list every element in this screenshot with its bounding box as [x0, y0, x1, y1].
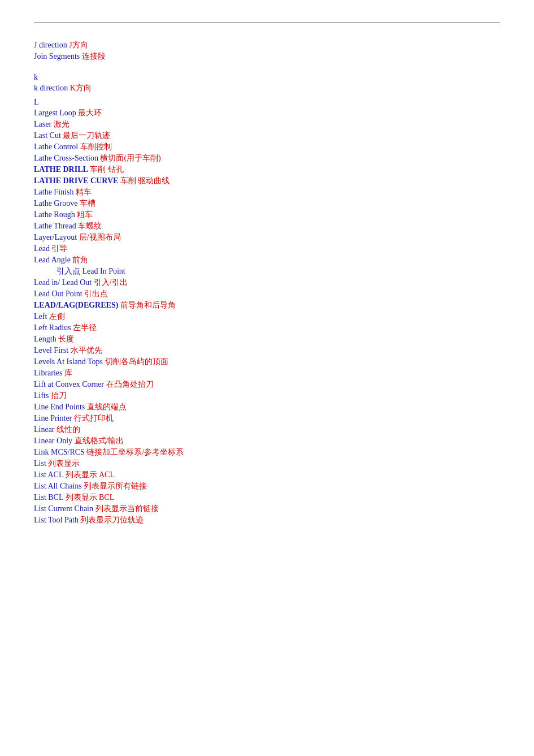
- dictionary-entry: Lifts 抬刀: [34, 391, 500, 401]
- dictionary-entry: Link MCS/RCS 链接加工坐标系/参考坐标系: [34, 447, 500, 457]
- entry-english: J direction: [34, 41, 67, 49]
- dictionary-entry: List Tool Path 列表显示刀位轨迹: [34, 515, 500, 525]
- dictionary-entry: Lathe Thread 车螺纹: [34, 221, 500, 231]
- entry-chinese: 列表显示所有链接: [84, 482, 147, 490]
- entry-english: Lathe Thread: [34, 222, 76, 230]
- entry-english: LATHE DRIVE CURVE: [34, 176, 118, 185]
- dictionary-entry: Lathe Control 车削控制: [34, 142, 500, 152]
- entry-english: Lathe Control: [34, 142, 78, 151]
- entry-chinese: 车削控制: [80, 142, 112, 151]
- entry-chinese: 连接段: [82, 52, 106, 61]
- entry-english: Left Radius: [34, 323, 71, 332]
- dictionary-entry: Left Radius 左半径: [34, 323, 500, 333]
- entry-english: Link MCS/RCS: [34, 448, 85, 456]
- entry-english: Length: [34, 335, 57, 343]
- entry-chinese: 列表显示当前链接: [95, 504, 159, 513]
- entry-chinese: 车螺纹: [78, 222, 102, 230]
- dictionary-entry: Line End Points 直线的端点: [34, 402, 500, 412]
- dictionary-entry: Last Cut 最后一刀轨迹: [34, 131, 500, 141]
- dictionary-entry: Level First 水平优先: [34, 345, 500, 356]
- entry-chinese: 链接加工坐标系/参考坐标系: [86, 448, 184, 456]
- entry-english: Layer/Layout: [34, 233, 77, 241]
- entry-english: Libraries: [34, 369, 63, 377]
- dictionary-entry: Libraries 库: [34, 368, 500, 378]
- entry-chinese: 最大环: [78, 109, 102, 117]
- entry-english: k direction: [34, 84, 68, 92]
- entry-chinese: 列表显示 ACL: [66, 470, 115, 479]
- dictionary-entry: Line Printer 行式打印机: [34, 413, 500, 424]
- entry-english: Lifts: [34, 391, 49, 400]
- entry-english: List Tool Path: [34, 516, 79, 524]
- dictionary-entry: Layer/Layout 层/视图布局: [34, 232, 500, 243]
- dictionary-entry: List Current Chain 列表显示当前链接: [34, 504, 500, 514]
- entry-chinese: 车槽: [80, 199, 95, 208]
- entry-chinese: 层/视图布局: [79, 233, 121, 241]
- dictionary-entry: Laser 激光: [34, 119, 500, 129]
- entry-chinese: 引入/引出: [94, 278, 128, 287]
- entry-chinese: 左侧: [49, 312, 65, 321]
- entry-chinese: 车削 钻孔: [90, 165, 124, 174]
- entry-chinese: 精车: [76, 188, 92, 196]
- content-area: J direction J方向Join Segments 连接段kk direc…: [34, 40, 500, 525]
- dictionary-entry: LATHE DRIVE CURVE 车削 驱动曲线: [34, 176, 500, 186]
- entry-chinese: 左半径: [73, 323, 97, 332]
- entry-english: Lathe Cross-Section: [34, 154, 98, 162]
- entry-english: Level First: [34, 346, 68, 355]
- section-letter: k: [34, 73, 500, 82]
- entry-chinese: 引出点: [84, 290, 108, 298]
- dictionary-entry: Lift at Convex Corner 在凸角处抬刀: [34, 379, 500, 390]
- entry-chinese: 长度: [58, 335, 74, 343]
- dictionary-entry: List ACL 列表显示 ACL: [34, 470, 500, 480]
- dictionary-entry: Left 左侧: [34, 312, 500, 322]
- dictionary-entry: Join Segments 连接段: [34, 51, 500, 62]
- dictionary-entry-indent: 引入点 Lead In Point: [34, 266, 500, 277]
- entry-chinese: 引导: [51, 244, 67, 253]
- entry-chinese: 直线格式/输出: [75, 437, 124, 445]
- dictionary-entry: Lathe Groove 车槽: [34, 198, 500, 209]
- entry-english: Laser: [34, 120, 51, 128]
- entry-chinese: 列表显示刀位轨迹: [80, 516, 144, 524]
- entry-english: 引入点 Lead In Point: [57, 267, 125, 275]
- entry-english: Lift at Convex Corner: [34, 380, 104, 388]
- entry-english: Lathe Finish: [34, 188, 73, 196]
- entry-english: Lathe Rough: [34, 210, 75, 219]
- dictionary-entry: Lathe Finish 精车: [34, 187, 500, 197]
- entry-english: List BCL: [34, 493, 63, 502]
- entry-english: List Current Chain: [34, 504, 93, 513]
- entry-chinese: 库: [64, 369, 72, 377]
- dictionary-entry: Lathe Rough 粗车: [34, 210, 500, 220]
- dictionary-entry: Lathe Cross-Section 横切面(用于车削): [34, 153, 500, 163]
- entry-english: Linear Only: [34, 437, 72, 445]
- dictionary-entry: List All Chains 列表显示所有链接: [34, 481, 500, 491]
- entry-chinese: 线性的: [57, 425, 80, 434]
- dictionary-entry: LATHE DRILL 车削 钻孔: [34, 165, 500, 175]
- entry-english: List ACL: [34, 470, 63, 479]
- entry-english: LEAD/LAG(DEGREES): [34, 301, 118, 309]
- entry-chinese: 粗车: [77, 210, 93, 219]
- entry-chinese: 抬刀: [51, 391, 67, 400]
- section-letter: L: [34, 98, 500, 107]
- entry-english: Lathe Groove: [34, 199, 77, 208]
- dictionary-entry: Lead in/ Lead Out 引入/引出: [34, 278, 500, 288]
- entry-english: Line End Points: [34, 403, 85, 411]
- entry-chinese: 激光: [54, 120, 70, 128]
- entry-english: Linear: [34, 425, 55, 434]
- dictionary-entry: Lead Angle 前角: [34, 255, 500, 265]
- entry-chinese: 车削 驱动曲线: [120, 176, 170, 185]
- entry-chinese: J方向: [69, 41, 88, 49]
- entry-english: Lead Angle: [34, 256, 71, 264]
- dictionary-entry: Linear Only 直线格式/输出: [34, 436, 500, 446]
- entry-english: Largest Loop: [34, 109, 76, 117]
- entry-chinese: 在凸角处抬刀: [106, 380, 154, 388]
- dictionary-entry: List 列表显示: [34, 459, 500, 469]
- top-divider: [34, 23, 500, 23]
- entry-english: Levels At Island Tops: [34, 357, 103, 366]
- entry-chinese: 前角: [72, 256, 88, 264]
- entry-english: List All Chains: [34, 482, 82, 490]
- entry-chinese: 行式打印机: [74, 414, 114, 422]
- dictionary-entry: Length 长度: [34, 334, 500, 344]
- entry-chinese: 前导角和后导角: [120, 301, 176, 309]
- entry-english: Lead Out Point: [34, 290, 83, 298]
- entry-chinese: 最后一刀轨迹: [63, 131, 110, 140]
- dictionary-entry: k direction K方向: [34, 83, 500, 93]
